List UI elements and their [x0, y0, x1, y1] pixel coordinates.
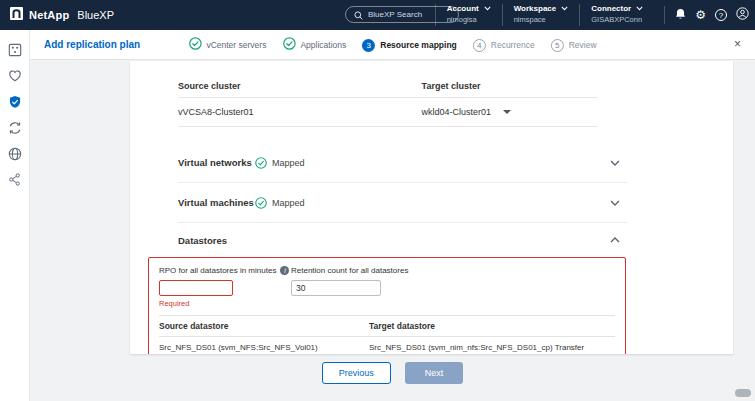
status-text: Mapped	[272, 198, 305, 208]
connector-label: Connector	[591, 4, 631, 13]
step-label: Review	[569, 40, 597, 50]
step-label: Applications	[300, 40, 346, 50]
brand-name: NetApp	[29, 9, 69, 21]
virtual-machines-label: Virtual machines	[178, 197, 255, 208]
step-label: vCenter servers	[206, 40, 266, 50]
health-icon[interactable]	[8, 68, 22, 83]
step-number: 3	[362, 39, 375, 52]
workspace-value: nimspace	[514, 15, 569, 24]
rpo-input[interactable]	[159, 280, 233, 296]
datastores-label: Datastores	[178, 235, 255, 246]
virtual-machines-status: Mapped	[255, 197, 305, 209]
required-error-text: Required	[159, 299, 291, 308]
previous-button[interactable]: Previous	[322, 362, 391, 384]
user-avatar-icon[interactable]	[736, 6, 749, 24]
source-datastore-value: Src_NFS_DS01 (svm_NFS:Src_NFS_Vol01)	[159, 343, 369, 352]
datastore-table: Source datastore Target datastore Src_NF…	[159, 315, 615, 354]
chevron-down-icon[interactable]	[610, 200, 620, 206]
mapping-sections: Virtual networks Mapped Virtual machines…	[130, 143, 733, 257]
chevron-down-icon	[636, 4, 643, 13]
step-number: 4	[473, 39, 486, 52]
bell-icon[interactable]	[675, 6, 686, 24]
cluster-table-header: Source cluster Target cluster	[178, 75, 598, 98]
workspace-menu[interactable]: Workspace nimspace	[502, 4, 580, 26]
virtual-machines-section[interactable]: Virtual machines Mapped	[178, 183, 628, 223]
virtual-networks-label: Virtual networks	[178, 157, 255, 168]
step-resource-mapping[interactable]: 3 Resource mapping	[362, 39, 457, 52]
left-sidebar	[0, 30, 30, 401]
datastore-row: Src_NFS_DS01 (svm_NFS:Src_NFS_Vol01) Src…	[159, 337, 615, 354]
step-vcenter-servers[interactable]: vCenter servers	[188, 36, 266, 54]
target-cluster-header: Target cluster	[422, 81, 598, 91]
target-datastore-header: Target datastore	[369, 321, 615, 331]
step-label: Recurrence	[491, 40, 535, 50]
brand-product: BlueXP	[77, 9, 114, 21]
wizard-header: Add replication plan vCenter servers App…	[30, 30, 755, 60]
search-icon	[354, 6, 363, 24]
retention-label: Retention count for all datastores	[291, 266, 408, 275]
topbar-right: Account nimogisa Workspace nimspace Conn…	[435, 0, 749, 30]
brand[interactable]: NetApp BlueXP	[10, 6, 114, 24]
datastores-section-header[interactable]: Datastores	[178, 223, 628, 257]
source-datastore-header: Source datastore	[159, 321, 369, 331]
chevron-up-icon[interactable]	[610, 237, 620, 243]
next-button[interactable]: Next	[405, 362, 464, 384]
account-label: Account	[447, 4, 479, 13]
netapp-logo-icon	[10, 6, 23, 24]
cluster-row: vVCSA8-Cluster01 wkld04-Cluster01	[178, 98, 598, 127]
target-cluster-dropdown-icon[interactable]	[503, 110, 511, 118]
status-text: Mapped	[272, 158, 305, 168]
help-icon[interactable]: ?	[715, 9, 727, 21]
gear-icon[interactable]: ⚙	[695, 9, 706, 21]
bluexp-app: NetApp BlueXP Account nimogisa Workspace	[0, 0, 755, 401]
page-title: Add replication plan	[44, 39, 140, 50]
top-navbar: NetApp BlueXP Account nimogisa Workspace	[0, 0, 755, 30]
source-cluster-value: vVCSA8-Cluster01	[178, 107, 422, 117]
protection-icon[interactable]	[8, 94, 22, 109]
share-icon[interactable]	[8, 172, 21, 187]
wizard-footer: Previous Next	[30, 362, 755, 384]
main-content: Source cluster Target cluster vVCSA8-Clu…	[30, 60, 755, 401]
virtual-networks-section[interactable]: Virtual networks Mapped	[178, 143, 628, 183]
mapped-check-icon	[255, 157, 267, 169]
chevron-down-icon	[561, 4, 568, 13]
workspace-label: Workspace	[514, 4, 557, 13]
stepper: vCenter servers Applications 3 Resource …	[188, 30, 596, 60]
rpo-label: RPO for all datastores in minutes	[159, 266, 276, 275]
topbar-icons: ⚙ ?	[664, 6, 749, 24]
step-applications[interactable]: Applications	[282, 36, 346, 54]
mobility-icon[interactable]	[8, 120, 22, 135]
datastore-table-header: Source datastore Target datastore	[159, 315, 615, 337]
target-datastore-value: Src_NFS_DS01 (svm_nim_nfs:Src_NFS_DS01_c…	[369, 343, 615, 354]
resource-mapping-card: Source cluster Target cluster vVCSA8-Clu…	[130, 61, 733, 354]
close-icon[interactable]: ×	[734, 37, 741, 51]
target-cluster-value: wkld04-Cluster01	[422, 107, 492, 117]
virtual-networks-status: Mapped	[255, 157, 305, 169]
canvas-icon[interactable]	[8, 42, 22, 57]
info-icon[interactable]: i	[280, 266, 289, 275]
chevron-down-icon[interactable]	[610, 160, 620, 166]
connector-menu[interactable]: Connector GISABXPConn	[579, 4, 654, 26]
step-check-icon	[188, 36, 201, 54]
source-cluster-header: Source cluster	[178, 81, 422, 91]
account-menu[interactable]: Account nimogisa	[435, 4, 502, 26]
chevron-down-icon	[484, 4, 491, 13]
retention-input[interactable]	[291, 280, 381, 296]
cluster-table: Source cluster Target cluster vVCSA8-Clu…	[178, 75, 598, 127]
account-value: nimogisa	[447, 15, 491, 24]
mapped-check-icon	[255, 197, 267, 209]
governance-icon[interactable]	[8, 146, 22, 161]
step-recurrence[interactable]: 4 Recurrence	[473, 39, 535, 52]
connector-value: GISABXPConn	[591, 15, 643, 24]
step-check-icon	[282, 36, 295, 54]
step-review[interactable]: 5 Review	[551, 39, 597, 52]
step-label: Resource mapping	[380, 40, 457, 50]
scrollbar-thumb[interactable]	[735, 389, 751, 397]
datastores-error-panel: RPO for all datastores in minutes i Requ…	[148, 257, 626, 354]
step-number: 5	[551, 39, 564, 52]
